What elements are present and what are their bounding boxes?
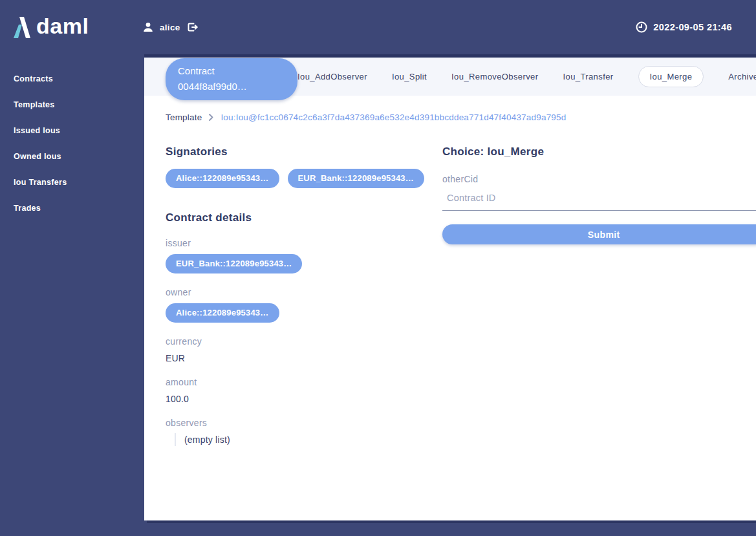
owner-value-wrap: Alice::122089e95343… xyxy=(166,303,424,323)
user-menu: alice xyxy=(131,21,199,33)
signatories-heading: Signatories xyxy=(166,145,424,158)
currency-label: currency xyxy=(166,336,424,347)
issuer-label: issuer xyxy=(166,238,424,248)
sidebar-item-iou-transfers[interactable]: Iou Transfers xyxy=(0,169,144,195)
signatories-list: Alice::122089e95343… EUR_Bank::122089e95… xyxy=(166,169,424,188)
chevron-right-icon xyxy=(209,114,213,121)
issuer-value-wrap: EUR_Bank::122089e95343… xyxy=(166,254,424,273)
tab-iou-removeobserver[interactable]: Iou_RemoveObserver xyxy=(451,72,538,81)
tab-iou-split[interactable]: Iou_Split xyxy=(392,72,427,81)
contract-card: Contract 0044f8af99d0… Iou_AddObserver I… xyxy=(144,54,756,520)
contract-tab-line2: 0044f8af99d0… xyxy=(178,79,285,94)
main-area: Contract 0044f8af99d0… Iou_AddObserver I… xyxy=(144,54,756,536)
daml-logo-icon xyxy=(13,17,30,38)
tab-iou-transfer[interactable]: Iou_Transfer xyxy=(563,72,613,81)
content-columns: Signatories Alice::122089e95343… EUR_Ban… xyxy=(144,122,756,446)
observers-label: observers xyxy=(166,418,424,428)
clock-icon xyxy=(636,21,647,33)
logout-icon[interactable] xyxy=(186,21,199,33)
party-chip-alice: Alice::122089e95343… xyxy=(166,169,279,188)
submit-button[interactable]: Submit xyxy=(442,224,756,244)
sidebar-item-owned-ious[interactable]: Owned Ious xyxy=(0,144,144,169)
amount-value: 100.0 xyxy=(166,394,424,404)
othercid-label: otherCid xyxy=(442,174,756,184)
sidebar-item-trades[interactable]: Trades xyxy=(0,195,144,221)
choice-tab-list: Iou_AddObserver Iou_Split Iou_RemoveObse… xyxy=(297,66,756,87)
app-header: daml alice 2022-09-05 21:46 xyxy=(0,0,756,54)
sidebar-item-issued-ious[interactable]: Issued Ious xyxy=(0,118,144,144)
contract-id-tab[interactable]: Contract 0044f8af99d0… xyxy=(166,58,297,100)
othercid-input[interactable] xyxy=(442,187,756,211)
user-icon xyxy=(142,21,154,33)
sidebar-item-contracts[interactable]: Contracts xyxy=(0,66,144,92)
sidebar-item-templates[interactable]: Templates xyxy=(0,92,144,118)
ledger-time: 2022-09-05 21:46 xyxy=(636,21,756,33)
contract-tabbar: Contract 0044f8af99d0… Iou_AddObserver I… xyxy=(144,58,756,96)
contract-info-column: Signatories Alice::122089e95343… EUR_Ban… xyxy=(166,122,424,446)
breadcrumb-template-id[interactable]: Iou:Iou@fc1cc0674c2c6a3f7da437369a6e532e… xyxy=(221,113,566,122)
breadcrumb-template[interactable]: Template xyxy=(166,113,202,122)
contract-details-heading: Contract details xyxy=(166,211,424,224)
logo-wordmark: daml xyxy=(36,15,89,39)
ledger-timestamp: 2022-09-05 21:46 xyxy=(653,22,732,32)
issuer-party-chip: EUR_Bank::122089e95343… xyxy=(166,254,302,273)
choice-heading: Choice: Iou_Merge xyxy=(442,145,756,158)
observers-empty-list: (empty list) xyxy=(175,433,424,446)
tab-iou-addobserver[interactable]: Iou_AddObserver xyxy=(297,72,367,81)
owner-label: owner xyxy=(166,287,424,297)
tab-iou-merge[interactable]: Iou_Merge xyxy=(638,66,704,87)
choice-form-column: Choice: Iou_Merge otherCid Submit xyxy=(442,122,756,446)
contract-tab-line1: Contract xyxy=(178,63,285,78)
owner-party-chip: Alice::122089e95343… xyxy=(166,303,279,323)
user-name: alice xyxy=(160,23,180,32)
party-chip-eur-bank: EUR_Bank::122089e95343… xyxy=(288,169,424,188)
amount-label: amount xyxy=(166,377,424,387)
page-layout: Contracts Templates Issued Ious Owned Io… xyxy=(0,54,756,536)
tab-archive[interactable]: Archive xyxy=(728,72,756,81)
sidebar-nav: Contracts Templates Issued Ious Owned Io… xyxy=(0,54,144,536)
app-logo: daml xyxy=(0,15,131,39)
currency-value: EUR xyxy=(166,353,424,363)
